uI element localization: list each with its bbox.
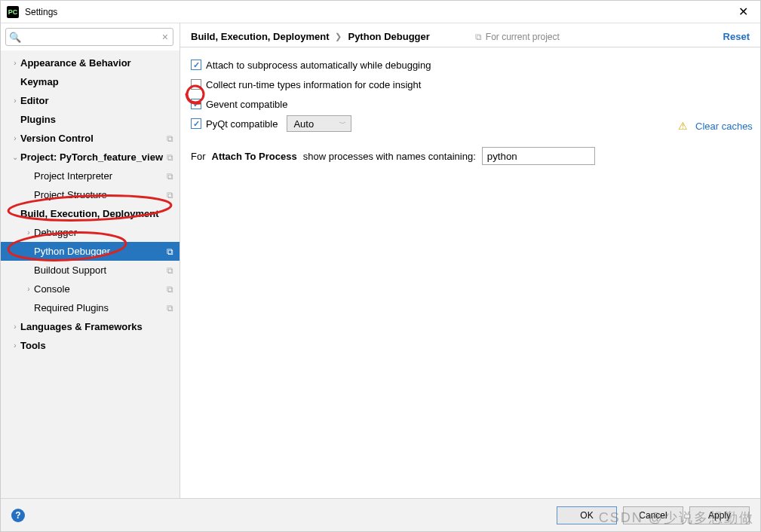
label-collect-types: Collect run-time types information for c… [206, 79, 421, 90]
close-icon[interactable]: ✕ [732, 3, 754, 20]
titlebar: PC Settings ✕ [1, 1, 760, 23]
tree-label: Editor [20, 95, 180, 106]
search-input-wrap: 🔍 × [5, 28, 173, 46]
process-filter-input[interactable] [482, 147, 595, 165]
tree-item-tools[interactable]: ›Tools [1, 336, 180, 355]
tree-label: Buildout Support [34, 264, 167, 276]
project-scope-icon: ⧉ [167, 265, 173, 276]
search-input[interactable] [24, 32, 158, 42]
tree-item-build-execution-deployment[interactable]: ⌄Build, Execution, Deployment [1, 204, 180, 223]
attach-prefix: For [191, 151, 206, 162]
breadcrumb: Build, Execution, Deployment ❯ Python De… [180, 23, 760, 47]
project-scope-icon: ⧉ [167, 303, 173, 313]
project-scope-icon: ⧉ [167, 171, 173, 182]
sidebar: 🔍 × ›Appearance & BehaviorKeymap›EditorP… [1, 23, 180, 498]
checkbox-collect-types[interactable] [191, 79, 201, 90]
tree-label: Project: PyTorch_feature_view [20, 151, 167, 163]
clear-caches-link[interactable]: Clear caches [695, 121, 753, 132]
attach-bold: Attach To Process [212, 151, 297, 162]
chevron-right-icon: › [10, 134, 20, 142]
project-scope-icon: ⧉ [167, 284, 173, 295]
chevron-right-icon: › [23, 228, 34, 237]
chevron-down-icon: ⌄ [10, 209, 20, 218]
tree-item-debugger[interactable]: ›Debugger [1, 223, 180, 242]
tree-label: Required Plugins [34, 302, 167, 313]
chevron-right-icon: › [10, 59, 20, 67]
chevron-right-icon: › [10, 96, 20, 105]
tree-item-project-interpreter[interactable]: Project Interpreter⧉ [1, 167, 180, 185]
search-icon: 🔍 [6, 32, 24, 43]
warning-icon: ⚠ [678, 120, 688, 132]
checkbox-attach-subprocess[interactable] [191, 60, 201, 70]
tree-label: Project Structure [34, 189, 167, 200]
project-scope-icon: ⧉ [167, 133, 173, 144]
label-attach-subprocess: Attach to subprocess automatically while… [206, 60, 431, 71]
chevron-down-icon: ⌄ [10, 153, 20, 161]
scope-label: ⧉ For current project [475, 32, 560, 42]
dialog-footer: ? OK Cancel Apply [1, 498, 760, 531]
reset-link[interactable]: Reset [723, 31, 750, 42]
tree-item-python-debugger[interactable]: Python Debugger⧉ [1, 242, 180, 261]
tree-item-plugins[interactable]: Plugins [1, 110, 180, 129]
attach-suffix: show processes with names containing: [303, 151, 476, 162]
tree-label: Project Interpreter [34, 170, 167, 182]
app-icon: PC [7, 6, 19, 18]
chevron-right-icon: › [10, 341, 20, 350]
label-gevent: Gevent compatible [206, 99, 287, 110]
option-collect-types[interactable]: Collect run-time types information for c… [191, 75, 750, 94]
copy-icon: ⧉ [475, 32, 482, 42]
tree-item-required-plugins[interactable]: Required Plugins⧉ [1, 298, 180, 317]
clear-search-icon[interactable]: × [158, 31, 173, 43]
tree-label: Tools [20, 340, 180, 351]
tree-label: Plugins [20, 114, 180, 125]
tree-item-editor[interactable]: ›Editor [1, 91, 180, 110]
chevron-right-icon: › [10, 323, 20, 331]
tree-label: Languages & Frameworks [20, 321, 180, 332]
tree-label: Python Debugger [34, 246, 167, 257]
tree-label: Console [34, 283, 167, 295]
tree-label: Version Control [20, 133, 167, 144]
pyqt-mode-value: Auto [293, 118, 314, 130]
option-attach-subprocess[interactable]: Attach to subprocess automatically while… [191, 55, 750, 75]
tree-label: Debugger [34, 227, 180, 238]
attach-to-process-row: For Attach To Process show processes wit… [191, 147, 750, 165]
cancel-button[interactable]: Cancel [623, 506, 683, 524]
apply-button[interactable]: Apply [689, 506, 750, 524]
tree-label: Appearance & Behavior [20, 57, 180, 69]
tree-item-version-control[interactable]: ›Version Control⧉ [1, 129, 180, 148]
chevron-right-icon: › [23, 285, 34, 293]
project-scope-icon: ⧉ [167, 190, 173, 200]
tree-label: Keymap [20, 76, 180, 87]
content-panel: Build, Execution, Deployment ❯ Python De… [180, 23, 760, 498]
tree-item-buildout-support[interactable]: Buildout Support⧉ [1, 261, 180, 280]
window-title: Settings [25, 7, 732, 17]
crumb-python-debugger: Python Debugger [348, 31, 429, 42]
checkbox-gevent[interactable] [191, 99, 201, 109]
label-pyqt: PyQt compatible [206, 118, 278, 130]
project-scope-icon: ⧉ [167, 246, 173, 257]
option-pyqt[interactable]: PyQt compatible Auto ﹀ [191, 114, 750, 133]
tree-item-keymap[interactable]: Keymap [1, 72, 180, 91]
tree-item-console[interactable]: ›Console⧉ [1, 280, 180, 298]
tree-item-languages-frameworks[interactable]: ›Languages & Frameworks [1, 317, 180, 336]
tree-item-appearance-behavior[interactable]: ›Appearance & Behavior [1, 54, 180, 72]
clear-caches-row: ⚠ Clear caches [678, 120, 753, 132]
help-icon[interactable]: ? [11, 509, 25, 522]
scope-text: For current project [486, 32, 560, 42]
settings-tree: ›Appearance & BehaviorKeymap›EditorPlugi… [1, 50, 180, 498]
tree-item-project-pytorch-feature-view[interactable]: ⌄Project: PyTorch_feature_view⧉ [1, 148, 180, 167]
tree-label: Build, Execution, Deployment [20, 208, 180, 219]
chevron-right-icon: ❯ [335, 32, 342, 41]
checkbox-pyqt[interactable] [191, 118, 201, 129]
project-scope-icon: ⧉ [167, 152, 173, 163]
pyqt-mode-select[interactable]: Auto ﹀ [287, 115, 351, 132]
chevron-down-icon: ﹀ [339, 119, 346, 129]
ok-button[interactable]: OK [557, 506, 617, 524]
option-gevent[interactable]: Gevent compatible [191, 94, 750, 114]
crumb-build-exec-deploy[interactable]: Build, Execution, Deployment [191, 31, 329, 42]
tree-item-project-structure[interactable]: Project Structure⧉ [1, 185, 180, 204]
